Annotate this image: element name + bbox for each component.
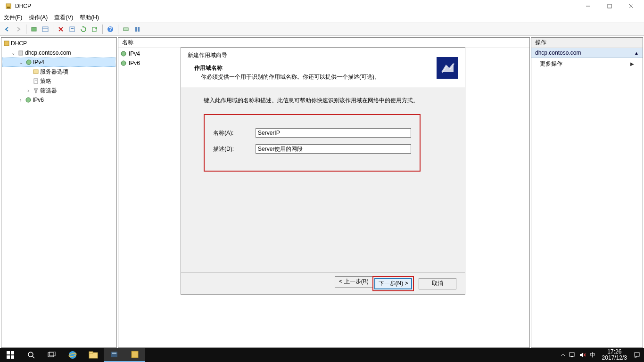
tree-policy[interactable]: 策略 xyxy=(2,76,116,86)
toolbar-add-icon[interactable] xyxy=(29,24,39,34)
taskview-button[interactable] xyxy=(41,348,62,362)
nav-back-button[interactable] xyxy=(2,24,12,34)
svg-rect-47 xyxy=(635,353,639,356)
tree-policy-label: 策略 xyxy=(40,77,51,85)
svg-rect-31 xyxy=(11,355,14,359)
dhcp-app-icon xyxy=(5,2,12,10)
main-area: DHCP ⌄ dhcp.contoso.com ⌄ IPv4 服务器选项 策略 … xyxy=(0,36,644,349)
tree-ipv6[interactable]: › IPv6 xyxy=(2,95,116,105)
taskbar: 中 17:26 2017/12/3 xyxy=(0,348,644,362)
nav-forward-button[interactable] xyxy=(13,24,24,34)
toolbar-delete-icon[interactable] xyxy=(56,24,66,34)
toolbar-properties-icon[interactable] xyxy=(67,24,77,34)
svg-point-32 xyxy=(28,352,33,357)
toolbar-panel-icon[interactable] xyxy=(40,24,50,34)
actions-context-section[interactable]: dhcp.contoso.com ▲ xyxy=(531,48,643,58)
actions-context-label: dhcp.contoso.com xyxy=(535,49,581,56)
expand-arrow-icon[interactable]: ⌄ xyxy=(10,50,17,56)
svg-point-25 xyxy=(26,98,31,102)
svg-rect-23 xyxy=(34,79,38,83)
tray-clock[interactable]: 17:26 2017/12/3 xyxy=(599,349,630,361)
svg-rect-16 xyxy=(124,28,128,31)
svg-rect-1 xyxy=(7,7,10,8)
svg-rect-6 xyxy=(32,27,36,31)
wizard-back-button[interactable]: < 上一步(B) xyxy=(335,276,372,288)
svg-rect-18 xyxy=(138,27,140,32)
new-scope-wizard-dialog: 新建作用域向导 作用域名称 你必须提供一个用于识别的作用域名称。你还可以提供一个… xyxy=(181,47,465,295)
minimize-button[interactable] xyxy=(577,0,599,12)
tree-ipv4[interactable]: ⌄ IPv4 xyxy=(2,58,116,67)
svg-rect-30 xyxy=(7,355,10,359)
taskbar-servermanager-icon[interactable] xyxy=(104,348,124,362)
tray-sound-muted-icon[interactable] xyxy=(579,352,586,358)
svg-rect-13 xyxy=(92,27,96,32)
svg-rect-3 xyxy=(608,4,611,8)
wizard-banner-icon xyxy=(437,57,458,79)
tray-notifications-icon[interactable] xyxy=(634,352,640,358)
tree-server[interactable]: ⌄ dhcp.contoso.com xyxy=(2,48,116,58)
expand-arrow-icon[interactable]: ⌄ xyxy=(18,60,25,65)
tray-ime-indicator[interactable]: 中 xyxy=(590,351,595,359)
content-pane: 名称 IPv4 IPv6 新建作用域向导 作用域名称 你必须提供一个用于识别的作… xyxy=(118,37,530,348)
ipv6-icon xyxy=(120,60,127,66)
svg-rect-29 xyxy=(11,351,14,354)
content-header-name[interactable]: 名称 xyxy=(118,38,529,48)
tree-server-options-label: 服务器选项 xyxy=(40,68,68,76)
svg-rect-43 xyxy=(570,353,574,356)
menu-view[interactable]: 查看(V) xyxy=(54,14,73,22)
svg-rect-40 xyxy=(111,352,117,357)
tree-ipv6-label: IPv6 xyxy=(33,97,44,103)
actions-header: 操作 xyxy=(531,38,643,48)
wizard-next-button[interactable]: 下一步(N) > xyxy=(374,278,412,289)
submenu-triangle-icon: ▶ xyxy=(630,61,634,66)
taskbar-ie-icon[interactable] xyxy=(62,348,83,362)
toolbar-server-icon[interactable] xyxy=(132,24,142,34)
dhcp-icon xyxy=(2,40,11,47)
collapse-arrow-icon[interactable]: › xyxy=(17,98,24,103)
scope-description-input[interactable] xyxy=(256,144,411,154)
svg-point-26 xyxy=(121,51,126,56)
actions-more-link[interactable]: 更多操作 ▶ xyxy=(531,58,643,70)
menu-file[interactable]: 文件(F) xyxy=(4,14,22,22)
svg-point-21 xyxy=(26,60,31,65)
tree-filters[interactable]: › 筛选器 xyxy=(2,86,116,95)
close-button[interactable] xyxy=(620,0,642,12)
maximize-button[interactable] xyxy=(599,0,620,12)
svg-rect-11 xyxy=(70,27,74,32)
wizard-subheading: 你必须提供一个用于识别的作用域名称。你还可以提供一个描述(可选)。 xyxy=(188,73,437,81)
tree-ipv4-label: IPv4 xyxy=(33,59,44,66)
svg-text:?: ? xyxy=(108,26,112,33)
toolbar-scope-icon[interactable] xyxy=(121,24,131,34)
svg-rect-7 xyxy=(42,27,48,32)
svg-rect-44 xyxy=(571,356,573,357)
wizard-input-section: 名称(A): 描述(D): xyxy=(204,114,421,172)
start-button[interactable] xyxy=(0,348,21,362)
svg-rect-39 xyxy=(89,352,93,354)
tree-pane: DHCP ⌄ dhcp.contoso.com ⌄ IPv4 服务器选项 策略 … xyxy=(1,37,117,348)
menu-action[interactable]: 操作(A) xyxy=(29,14,48,22)
toolbar-export-icon[interactable] xyxy=(90,24,100,34)
svg-rect-34 xyxy=(48,353,54,357)
toolbar-refresh-icon[interactable] xyxy=(78,24,89,34)
svg-rect-28 xyxy=(7,351,10,354)
search-button[interactable] xyxy=(21,348,41,362)
wizard-cancel-button[interactable]: 取消 xyxy=(419,278,456,289)
ipv4-icon xyxy=(120,50,127,57)
tree-server-options[interactable]: 服务器选项 xyxy=(2,67,116,76)
svg-rect-35 xyxy=(50,352,55,356)
svg-rect-20 xyxy=(19,51,23,55)
taskbar-explorer-icon[interactable] xyxy=(83,348,104,362)
scope-name-input[interactable] xyxy=(256,128,411,138)
system-tray: 中 17:26 2017/12/3 xyxy=(561,349,644,361)
taskbar-dhcp-icon[interactable] xyxy=(124,348,145,362)
name-label: 名称(A): xyxy=(213,129,256,137)
tree-root-dhcp[interactable]: DHCP xyxy=(2,39,116,48)
svg-rect-22 xyxy=(33,70,38,74)
menu-help[interactable]: 帮助(H) xyxy=(80,14,99,22)
ipv6-icon xyxy=(24,97,33,103)
tray-up-icon[interactable] xyxy=(561,353,565,357)
tray-network-icon[interactable] xyxy=(569,352,576,358)
toolbar: ? xyxy=(0,23,644,36)
toolbar-help-icon[interactable]: ? xyxy=(105,24,116,34)
collapse-arrow-icon[interactable]: › xyxy=(25,88,32,93)
